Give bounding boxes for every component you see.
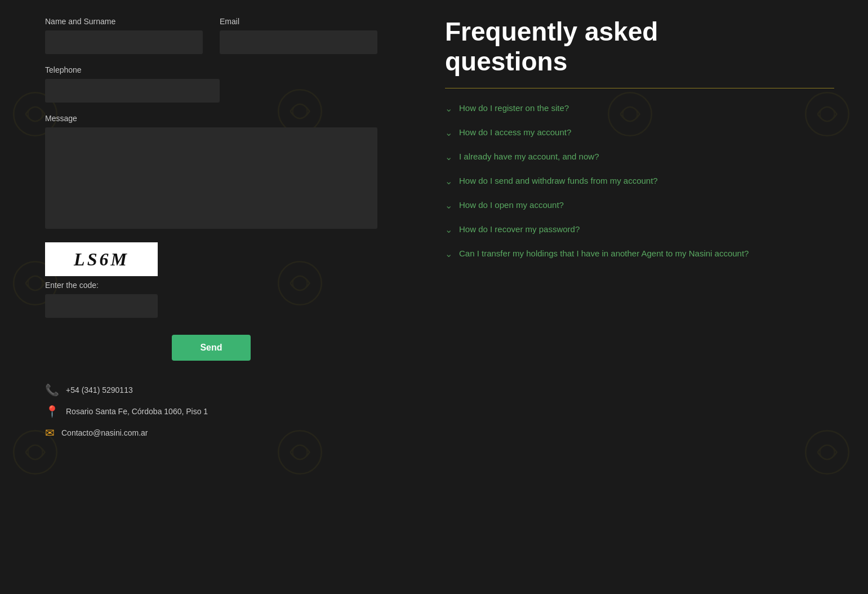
faq-item-3[interactable]: ⌄ I already have my account, and now? — [445, 150, 834, 162]
faq-divider — [445, 88, 834, 88]
email-item: ✉ Contacto@nasini.com.ar — [45, 426, 377, 440]
chevron-down-icon: ⌄ — [445, 224, 452, 235]
location-icon: 📍 — [45, 405, 59, 418]
address-item: 📍 Rosario Santa Fe, Córdoba 1060, Piso 1 — [45, 405, 377, 418]
name-input[interactable] — [45, 30, 203, 54]
faq-item-2[interactable]: ⌄ How do I access my account? — [445, 126, 834, 138]
faq-question-7: Can I transfer my holdings that I have i… — [459, 247, 749, 259]
message-textarea[interactable] — [45, 127, 377, 229]
captcha-code: LS6M — [74, 249, 129, 270]
name-field-group: Name and Surname — [45, 17, 203, 54]
faq-item-6[interactable]: ⌄ How do I recover my password? — [445, 223, 834, 235]
faq-question-2: How do I access my account? — [459, 126, 571, 138]
phone-item: 📞 +54 (341) 5290113 — [45, 383, 377, 397]
chevron-down-icon: ⌄ — [445, 176, 452, 187]
captcha-section: LS6M Enter the code: — [45, 242, 377, 318]
message-label: Message — [45, 114, 377, 123]
captcha-label: Enter the code: — [45, 281, 377, 290]
faq-panel: Frequently asked questions ⌄ How do I re… — [422, 0, 868, 594]
telephone-input[interactable] — [45, 79, 220, 103]
email-icon: ✉ — [45, 426, 55, 440]
phone-text: +54 (341) 5290113 — [66, 385, 133, 394]
faq-question-1: How do I register on the site? — [459, 102, 569, 114]
chevron-down-icon: ⌄ — [445, 152, 452, 162]
contact-form-panel: Name and Surname Email Telephone Message… — [0, 0, 422, 594]
chevron-down-icon: ⌄ — [445, 249, 452, 259]
email-input[interactable] — [220, 30, 377, 54]
faq-question-3: I already have my account, and now? — [459, 150, 599, 162]
chevron-down-icon: ⌄ — [445, 103, 452, 114]
captcha-image: LS6M — [45, 242, 158, 276]
faq-item-5[interactable]: ⌄ How do I open my account? — [445, 199, 834, 211]
email-text: Contacto@nasini.com.ar — [61, 428, 148, 437]
faq-question-4: How do I send and withdraw funds from my… — [459, 175, 658, 187]
send-button[interactable]: Send — [172, 335, 250, 361]
email-field-group: Email — [220, 17, 377, 54]
email-label: Email — [220, 17, 377, 26]
captcha-input[interactable] — [45, 294, 158, 318]
message-field-group: Message — [45, 114, 377, 229]
telephone-label: Telephone — [45, 65, 377, 74]
faq-item-1[interactable]: ⌄ How do I register on the site? — [445, 102, 834, 114]
phone-icon: 📞 — [45, 383, 59, 397]
faq-title: Frequently asked questions — [445, 17, 834, 77]
chevron-down-icon: ⌄ — [445, 127, 452, 138]
faq-question-6: How do I recover my password? — [459, 223, 580, 235]
faq-item-7[interactable]: ⌄ Can I transfer my holdings that I have… — [445, 247, 834, 259]
telephone-field-group: Telephone — [45, 65, 377, 103]
address-text: Rosario Santa Fe, Córdoba 1060, Piso 1 — [66, 407, 208, 416]
name-label: Name and Surname — [45, 17, 203, 26]
chevron-down-icon: ⌄ — [445, 200, 452, 211]
contact-info: 📞 +54 (341) 5290113 📍 Rosario Santa Fe, … — [45, 361, 377, 440]
faq-item-4[interactable]: ⌄ How do I send and withdraw funds from … — [445, 175, 834, 187]
faq-question-5: How do I open my account? — [459, 199, 564, 211]
